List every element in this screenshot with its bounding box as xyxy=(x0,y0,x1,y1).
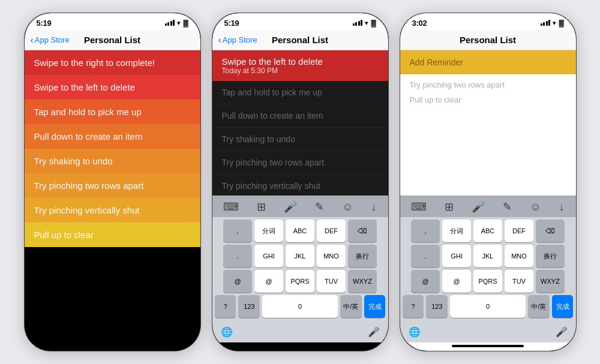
list-item-0[interactable]: Swipe to the right to complete! xyxy=(25,50,200,75)
wifi-icon-2: ▾ xyxy=(365,19,368,27)
kb-key-fuhao-3[interactable]: WXYZ xyxy=(536,270,565,293)
kb-key-fenci-3[interactable]: 分词 xyxy=(442,219,471,242)
keyboard-2[interactable]: ⌨ ⊞ 🎤 ✎ ☺ ↓ , 分词 ABC DEF ⌫ xyxy=(212,195,388,342)
nav-title-1: Personal List xyxy=(84,35,140,45)
kb-key-jkl-3[interactable]: JKL xyxy=(473,245,502,267)
battery-icon-1: ▓ xyxy=(183,19,188,26)
dark-item-4: Try pinching vertically shut xyxy=(212,175,388,195)
kb-icon-down-3[interactable]: ↓ xyxy=(559,201,564,213)
kb-bottom-bar-2: 🌐 🎤 xyxy=(212,323,388,342)
dark-list-2: Tap and hold to pick me up Pull down to … xyxy=(212,81,388,195)
kb-key-pqrs[interactable]: @ xyxy=(254,270,283,293)
kb-key-ghi-3[interactable]: GHI xyxy=(442,245,471,267)
kb-key-pqrs-3[interactable]: @ xyxy=(442,270,471,293)
kb-key-punct-3[interactable]: , xyxy=(411,219,440,242)
kb-key-done[interactable]: 完成 xyxy=(364,295,386,318)
kb-key-ghi[interactable]: GHI xyxy=(254,245,283,267)
kb-key-123-3[interactable]: 123 xyxy=(426,295,448,318)
kb-row-2: . GHI JKL MNO 换行 xyxy=(215,245,386,267)
list-item-5[interactable]: Try pinching two rows apart xyxy=(25,173,200,198)
kb-key-zero-3[interactable]: 0 xyxy=(450,295,526,318)
kb-key-zhen-3[interactable]: 中/英 xyxy=(528,295,550,318)
keyboard-3[interactable]: ⌨ ⊞ 🎤 ✎ ☺ ↓ , 分词 ABC DEF ⌫ xyxy=(400,195,576,342)
time-1: 5:19 xyxy=(37,19,52,28)
kb-key-abc[interactable]: ABC xyxy=(286,219,314,242)
kb-key-jkl[interactable]: JKL xyxy=(286,245,314,267)
kb-row-3-1: , 分词 ABC DEF ⌫ xyxy=(403,219,574,242)
kb-key-q-3[interactable]: ? xyxy=(403,295,424,318)
kb-key-fenci[interactable]: 分词 xyxy=(254,219,283,242)
kb-mic-icon-2[interactable]: 🎤 xyxy=(368,326,380,338)
list-area-3: Add Reminder Try pinching two rows apart… xyxy=(400,50,576,195)
kb-key-enter[interactable]: 换行 xyxy=(348,245,377,267)
kb-key-tuv[interactable]: PQRS xyxy=(286,270,314,293)
status-bar-2: 5:19 ▾ ▓ xyxy=(212,13,388,30)
kb-key-at-3[interactable]: @ xyxy=(411,270,440,293)
kb-key-enter-3[interactable]: 换行 xyxy=(536,245,565,267)
signal-icon-1 xyxy=(165,20,175,26)
p3-content: Try pinching two rows apart Pull up to c… xyxy=(400,74,576,195)
kb-key-del-3[interactable]: ⌫ xyxy=(536,219,565,242)
list-item-4[interactable]: Try shaking to undo xyxy=(25,149,200,173)
status-icons-1: ▾ ▓ xyxy=(165,19,188,27)
kb-key-wxyz-3[interactable]: TUV xyxy=(505,270,533,293)
kb-globe-icon-3[interactable]: 🌐 xyxy=(409,326,421,338)
home-indicator-1 xyxy=(76,345,148,347)
p3-hint-0: Try pinching two rows apart xyxy=(410,80,566,89)
time-3: 3:02 xyxy=(412,19,427,28)
kb-key-done-3[interactable]: 完成 xyxy=(552,295,574,318)
list-item-2[interactable]: Tap and hold to pick me up xyxy=(25,100,200,124)
kb-icon-settings[interactable]: ↓ xyxy=(371,201,376,213)
kb-icon-mic[interactable]: 🎤 xyxy=(284,200,297,213)
kb-icon-emoji[interactable]: ☺ xyxy=(342,201,353,213)
list-item-3[interactable]: Pull down to create an item xyxy=(25,124,200,149)
kb-bottom-bar-3: 🌐 🎤 xyxy=(400,323,576,342)
kb-key-zero[interactable]: 0 xyxy=(262,295,338,318)
kb-key-tuv-3[interactable]: PQRS xyxy=(473,270,502,293)
kb-key-at[interactable]: @ xyxy=(223,270,252,293)
add-reminder-btn[interactable]: Add Reminder xyxy=(400,50,576,74)
kb-key-punct2[interactable]: . xyxy=(223,245,252,267)
kb-icon-ime-3[interactable]: ⌨ xyxy=(411,200,427,213)
kb-row-3-2: . GHI JKL MNO 换行 xyxy=(403,245,574,267)
kb-key-mno[interactable]: MNO xyxy=(317,245,346,267)
kb-icon-handwrite[interactable]: ✎ xyxy=(315,200,324,213)
list-area-1: Swipe to the right to complete! Swipe to… xyxy=(25,50,200,342)
kb-key-q[interactable]: ? xyxy=(215,295,236,318)
kb-row-3: @ @ PQRS TUV WXYZ xyxy=(215,270,386,293)
home-indicator-2 xyxy=(264,345,336,347)
kb-key-fuhao[interactable]: WXYZ xyxy=(348,270,377,293)
kb-icon-panel-3[interactable]: ⊞ xyxy=(445,200,454,213)
list-item-6[interactable]: Try pinching vertically shut xyxy=(25,198,200,222)
kb-key-zhen[interactable]: 中/英 xyxy=(340,295,362,318)
kb-key-del[interactable]: ⌫ xyxy=(348,219,377,242)
back-button-1[interactable]: ‹ App Store xyxy=(31,35,70,46)
kb-key-123[interactable]: 123 xyxy=(238,295,260,318)
kb-icon-emoji-panel[interactable]: ⊞ xyxy=(257,200,266,213)
kb-key-def[interactable]: DEF xyxy=(317,219,346,242)
kb-row-4: ? 123 0 中/英 完成 xyxy=(215,295,386,318)
kb-icon-mic-3[interactable]: 🎤 xyxy=(472,200,485,213)
kb-key-def-3[interactable]: DEF xyxy=(505,219,533,242)
kb-key-dot-3[interactable]: . xyxy=(411,245,440,267)
status-icons-3: ▾ ▓ xyxy=(541,19,564,27)
kb-icon-emoji-3[interactable]: ☺ xyxy=(530,201,541,213)
list-item-7[interactable]: Pull up to clear xyxy=(25,222,200,247)
nav-bar-3: Personal List xyxy=(400,30,576,50)
kb-key-punct[interactable]: , xyxy=(223,219,252,242)
kb-key-mno-3[interactable]: MNO xyxy=(505,245,533,267)
kb-key-abc-3[interactable]: ABC xyxy=(473,219,502,242)
wifi-icon-3: ▾ xyxy=(553,19,556,27)
back-button-2[interactable]: ‹ App Store xyxy=(218,35,257,46)
kb-icon-ime[interactable]: ⌨ xyxy=(223,200,239,213)
status-bar-1: 5:19 ▾ ▓ xyxy=(25,13,200,30)
kb-icon-hw-3[interactable]: ✎ xyxy=(503,200,512,213)
kb-mic-icon-3[interactable]: 🎤 xyxy=(556,326,568,338)
kb-row-3-3: @ @ PQRS TUV WXYZ xyxy=(403,270,574,293)
phone-3: 3:02 ▾ ▓ Personal List Add Remind xyxy=(400,13,577,351)
dark-item-2: Try shaking to undo xyxy=(212,128,388,151)
kb-key-wxyz[interactable]: TUV xyxy=(317,270,346,293)
list-item-1[interactable]: Swipe to the left to delete xyxy=(25,75,200,100)
swipe-item-2[interactable]: Swipe to the left to delete Today at 5:3… xyxy=(212,50,388,81)
kb-globe-icon-2[interactable]: 🌐 xyxy=(221,326,233,338)
